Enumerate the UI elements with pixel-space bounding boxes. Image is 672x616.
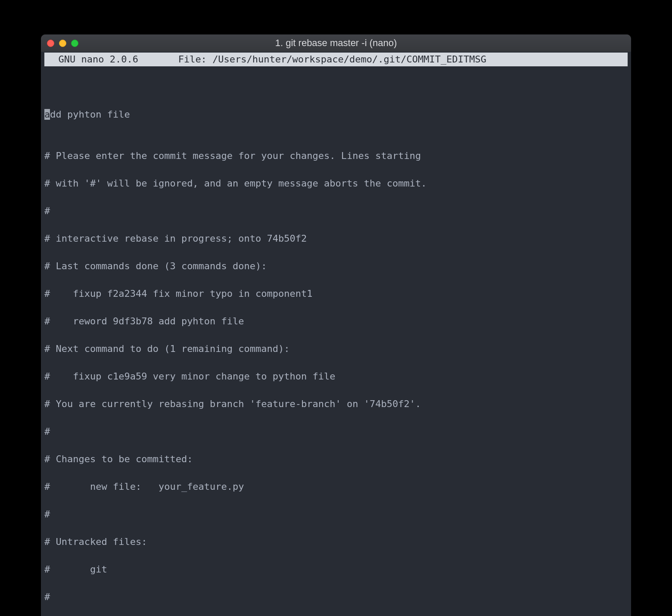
nano-header-gap [138, 54, 178, 65]
traffic-lights [47, 40, 78, 47]
editor-line: # fixup c1e9a59 very minor change to pyt… [44, 370, 628, 383]
cursor: a [44, 109, 50, 120]
editor-line: # fixup f2a2344 fix minor typo in compon… [44, 287, 628, 301]
editor-line: # Changes to be committed: [44, 452, 628, 466]
editor-area[interactable]: add pyhton file # Please enter the commi… [41, 66, 631, 616]
editor-line: # reword 9df3b78 add pyhton file [44, 314, 628, 328]
editor-line: # Untracked files: [44, 535, 628, 549]
nano-file-label: File: [178, 54, 207, 65]
editor-line: # Please enter the commit message for yo… [44, 149, 628, 163]
editor-line: # [44, 425, 628, 439]
nano-app-version: GNU nano 2.0.6 [47, 54, 138, 65]
minimize-icon[interactable] [59, 40, 66, 47]
editor-line: # interactive rebase in progress; onto 7… [44, 232, 628, 246]
editor-line: # Last commands done (3 commands done): [44, 259, 628, 273]
nano-header: GNU nano 2.0.6 File: /Users/hunter/works… [44, 53, 628, 66]
maximize-icon[interactable] [71, 40, 78, 47]
commit-msg-text: dd pyhton file [50, 109, 130, 120]
editor-line: # Next command to do (1 remaining comman… [44, 342, 628, 356]
window-title: 1. git rebase master -i (nano) [41, 37, 631, 49]
terminal-window: 1. git rebase master -i (nano) GNU nano … [41, 34, 631, 616]
editor-line: # [44, 204, 628, 218]
close-icon[interactable] [47, 40, 54, 47]
titlebar: 1. git rebase master -i (nano) [41, 34, 631, 52]
terminal-body[interactable]: GNU nano 2.0.6 File: /Users/hunter/works… [41, 52, 631, 616]
editor-line: # You are currently rebasing branch 'fea… [44, 397, 628, 411]
commit-msg-line[interactable]: add pyhton file [44, 108, 628, 121]
editor-line: # new file: your_feature.py [44, 480, 628, 494]
editor-line: # [44, 590, 628, 604]
editor-line: # [44, 507, 628, 521]
editor-line: # git [44, 563, 628, 576]
editor-line: # with '#' will be ignored, and an empty… [44, 177, 628, 190]
nano-file-path: /Users/hunter/workspace/demo/.git/COMMIT… [212, 54, 486, 65]
blank-line [44, 80, 628, 94]
